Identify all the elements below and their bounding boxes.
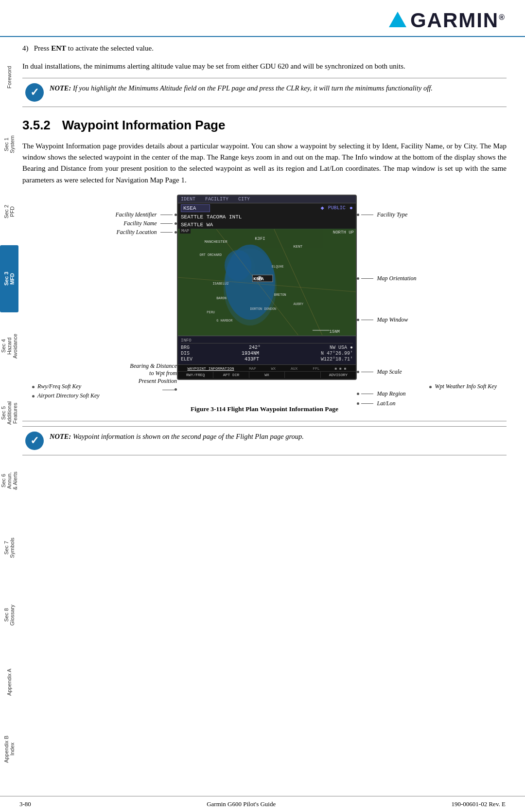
svg-text:ELQUHE: ELQUHE <box>272 265 284 269</box>
svg-text:DORTON DONDON: DORTON DONDON <box>250 307 276 311</box>
sim-facility-location: SEATTLE WA <box>178 221 356 229</box>
footer-title: Garmin G600 Pilot's Guide <box>207 800 276 808</box>
sim-region: NW USA ● <box>330 345 353 350</box>
garmin-triangle-icon <box>389 12 406 27</box>
sim-info: INFO BRG 242° NW USA ● DIS 1934NM N 47°2… <box>178 336 356 364</box>
callout-facility-identifier: Facility Identifier <box>116 210 177 218</box>
footer-doc: 190-00601-02 Rev. E <box>452 800 506 808</box>
main-content: 4) Press ENT to activate the selected va… <box>22 37 507 455</box>
svg-text:BARON: BARON <box>216 296 227 300</box>
sidebar-item-sec4[interactable]: Sec 4HazardAvoidance <box>0 312 18 379</box>
callout-facility-name: Facility Name <box>123 219 177 227</box>
sim-dis-label: DIS <box>181 351 190 356</box>
page-header: GARMIN® <box>0 0 525 37</box>
svg-text:KENT: KENT <box>293 244 302 249</box>
section-header: 3.5.2 Waypoint Information Page <box>22 118 507 133</box>
sim-facility-type: PUBLIC <box>328 205 346 211</box>
dual-install-para: In dual installations, the minimums aler… <box>22 61 507 72</box>
sim-lat: N 47°26.99' <box>321 351 353 356</box>
sim-tab-wx: WX <box>271 366 276 371</box>
below-label-right-group: Wpt Weather Info Soft Key <box>429 383 497 399</box>
callout-bearing-distance: Bearing & Distanceto Wpt fromPresent Pos… <box>130 362 177 391</box>
sidebar-item-appendixa[interactable]: Appendix A <box>0 649 18 716</box>
svg-text:PERU: PERU <box>207 310 215 314</box>
note-box-1: ✓ NOTE: If you highlight the Minimums Al… <box>22 78 507 107</box>
sim-tab-dots: ■ ■ ■ <box>334 366 346 371</box>
callout-map-window: Map Window <box>357 315 408 324</box>
note-icon-2: ✓ <box>25 432 44 450</box>
callout-facility-location: Facility Location <box>117 228 177 236</box>
svg-point-4 <box>225 250 251 280</box>
divider-before-note2 <box>22 421 507 421</box>
sidebar-item-sec2[interactable]: Sec 2PFD <box>0 178 18 245</box>
sim-dis-value: 1934NM <box>242 351 259 356</box>
checkmark-icon: ✓ <box>30 86 39 99</box>
svg-text:AUBRY: AUBRY <box>293 302 304 306</box>
sim-dot-icon: ● <box>350 205 353 212</box>
sim-softkey-blank <box>285 372 320 378</box>
sim-softkey-rwdfreq[interactable]: RWY/FREQ <box>178 372 213 378</box>
sim-tab-map: MAP <box>249 366 256 371</box>
checkmark-icon-2: ✓ <box>30 434 39 447</box>
sim-top-bar: IDENT FACILITY CITY <box>178 196 356 203</box>
svg-text:K3FI: K3FI <box>255 236 265 241</box>
sim-elev-label: ELEV <box>181 357 192 362</box>
sidebar-item-sec6[interactable]: Sec 6Annun.& Alerts <box>0 447 18 514</box>
sim-softkey-wx[interactable]: WX <box>249 372 285 378</box>
callout-lat-lon: Lat/Lon <box>357 399 396 407</box>
map-svg: MANCHESTER K3FI ORT ORCHARD KENT KSEA EL… <box>178 229 356 336</box>
svg-text:ISABELU2: ISABELU2 <box>212 282 228 286</box>
sidebar-item-appendixb[interactable]: Appendix BIndex <box>0 716 18 783</box>
sim-tab-ident: IDENT <box>181 197 195 202</box>
note-icon-1: ✓ <box>25 83 44 102</box>
svg-text:15NM: 15NM <box>330 329 340 334</box>
sim-tab-bar: WAYPOINT INFORMATION MAP WX AUX FPL ■ ■ … <box>178 366 356 372</box>
section-title: Waypoint Information Page <box>62 118 226 133</box>
sim-softkeys: RWY/FREQ APT DIR WX ADVISORY <box>178 372 356 378</box>
apt-dir-label: Airport Directory Soft Key <box>32 392 100 399</box>
sim-facility-name: SEATTLE TACOMA INTL <box>178 213 356 221</box>
sim-brg-value: 242° <box>249 345 261 350</box>
callout-map-region: Map Region <box>357 389 406 397</box>
sidebar-item-sec5[interactable]: Sec 5AdditionalFeatures <box>0 379 18 447</box>
sim-softkey-advisory[interactable]: ADVISORY <box>321 372 356 378</box>
below-label-left-group: Rwy/Freq Soft Key Airport Directory Soft… <box>32 383 100 399</box>
sim-softkey-bar: WAYPOINT INFORMATION MAP WX AUX FPL ■ ■ … <box>178 364 356 379</box>
svg-text:BRETON: BRETON <box>274 292 286 296</box>
step4-line: 4) Press ENT to activate the selected va… <box>22 43 507 54</box>
sim-info-label: INFO <box>181 338 353 343</box>
garmin-wordmark: GARMIN® <box>410 9 506 32</box>
step4-number: 4) <box>22 44 29 52</box>
sim-softkey-aptdir[interactable]: APT DIR <box>213 372 249 378</box>
callout-map-orientation: Map Orientation <box>357 274 417 282</box>
sim-diamond-icon: ◆ <box>321 204 324 212</box>
svg-text:MANCHESTER: MANCHESTER <box>204 239 228 244</box>
sim-tab-waypoint-info: WAYPOINT INFORMATION <box>187 366 234 371</box>
sidebar-item-foreword[interactable]: Foreword <box>0 44 18 111</box>
svg-text:G HARBOR: G HARBOR <box>216 319 232 323</box>
sim-display: IDENT FACILITY CITY KSEA ◆ PUBLIC ● SEAT… <box>177 195 357 380</box>
note-box-2: ✓ NOTE: Waypoint information is shown on… <box>22 426 507 455</box>
rwy-freq-label: Rwy/Freq Soft Key <box>32 383 100 390</box>
below-figure-labels: Rwy/Freq Soft Key Airport Directory Soft… <box>22 383 507 399</box>
sidebar-item-sec3[interactable]: Sec 3MFD <box>0 245 18 312</box>
callout-map-scale: Map Scale <box>357 367 402 376</box>
sim-tab-facility: FACILITY <box>205 197 228 202</box>
sim-ksea-row: KSEA ◆ PUBLIC ● <box>178 203 356 213</box>
sim-dis-row: DIS 1934NM N 47°26.99' <box>181 351 353 356</box>
sim-map: MAP NORTH UP <box>178 229 356 336</box>
sidebar-item-sec7[interactable]: Sec 7Symbols <box>0 514 18 581</box>
reg-symbol: ® <box>499 13 506 21</box>
figure-area: Facility Identifier Facility Name Facili… <box>22 195 507 455</box>
sidebar-item-sec8[interactable]: Sec 8Glossary <box>0 581 18 649</box>
footer-page: 3-80 <box>19 800 31 808</box>
sim-elev-row: ELEV 433FT W122°18.71' <box>181 357 353 362</box>
garmin-logo: GARMIN® <box>389 9 506 32</box>
sidebar-item-sec1[interactable]: Sec 1System <box>0 111 18 178</box>
map-label: MAP <box>180 229 191 234</box>
sim-facility-id: KSEA <box>181 204 210 212</box>
callout-facility-type: Facility Type <box>357 210 407 218</box>
figure-caption: Figure 3-114 Flight Plan Waypoint Inform… <box>22 405 507 413</box>
sim-elev-value: 433FT <box>245 357 259 362</box>
sim-brg-label: BRG <box>181 345 190 350</box>
